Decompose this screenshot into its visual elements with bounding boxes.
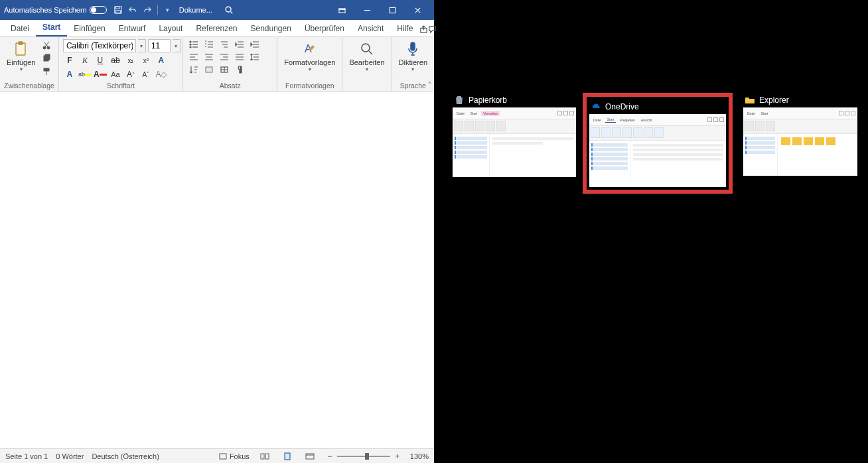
decrease-indent-icon[interactable] — [233, 39, 246, 50]
numbering-icon[interactable] — [202, 39, 216, 50]
svg-rect-13 — [44, 68, 49, 71]
tab-entwurf[interactable]: Entwurf — [112, 21, 153, 36]
print-layout-icon[interactable] — [280, 450, 295, 462]
justify-icon[interactable] — [233, 52, 246, 62]
minimize-button[interactable] — [354, 0, 380, 20]
document-area[interactable] — [0, 92, 434, 448]
task-thumb-label: Papierkorb — [469, 96, 507, 105]
font-name-input[interactable] — [63, 39, 136, 52]
bold-button[interactable]: F — [63, 54, 76, 66]
status-word-count[interactable]: 0 Wörter — [56, 452, 84, 460]
subscript-button[interactable]: x₂ — [124, 54, 137, 66]
align-center-icon[interactable] — [202, 52, 216, 62]
font-name-dropdown[interactable]: ▾ — [138, 39, 146, 52]
shading-icon[interactable] — [202, 64, 216, 75]
task-thumb-papierkorb[interactable]: Papierkorb DateiStartVerwalten — [453, 93, 576, 177]
tab-start[interactable]: Start — [36, 20, 67, 36]
ribbon-display-icon[interactable] — [329, 0, 354, 20]
underline-button[interactable]: U — [94, 54, 107, 66]
svg-rect-22 — [220, 454, 226, 459]
font-color-button[interactable]: A — [94, 68, 107, 80]
task-thumb-explorer[interactable]: Explorer DateiStart — [743, 93, 857, 176]
font-size-input[interactable] — [148, 39, 171, 52]
zoom-slider[interactable]: − + — [325, 452, 402, 461]
group-label-dictate: Sprache — [396, 81, 430, 90]
tab-datei[interactable]: Datei — [4, 21, 36, 36]
font-size-dropdown[interactable]: ▾ — [173, 39, 181, 52]
titlebar: Automatisches Speichern ▾ Dokume... — [0, 0, 434, 20]
folder-icon — [745, 95, 755, 105]
search-icon[interactable] — [222, 3, 236, 17]
tab-hilfe[interactable]: Hilfe — [390, 21, 419, 36]
tab-sendungen[interactable]: Sendungen — [244, 21, 298, 36]
editing-button[interactable]: Bearbeiten ▾ — [346, 39, 387, 74]
italic-button[interactable]: K — [78, 54, 92, 66]
svg-point-16 — [190, 46, 191, 48]
tab-ansicht[interactable]: Ansicht — [351, 21, 390, 36]
group-label-paragraph: Absatz — [187, 81, 273, 90]
maximize-button[interactable] — [380, 0, 405, 20]
format-painter-icon[interactable] — [40, 66, 52, 77]
close-button[interactable] — [405, 0, 430, 20]
text-fill-icon[interactable]: A — [63, 68, 76, 80]
align-right-icon[interactable] — [218, 52, 231, 62]
undo-icon[interactable] — [125, 3, 140, 17]
read-mode-icon[interactable] — [257, 450, 272, 462]
svg-point-3 — [226, 7, 231, 12]
task-thumb-onedrive[interactable]: OneDrive DateiStartFreigebenAnsicht — [583, 93, 733, 194]
svg-point-20 — [362, 44, 370, 52]
bullets-icon[interactable] — [187, 39, 200, 50]
cut-icon[interactable] — [40, 39, 52, 50]
superscript-button[interactable]: x² — [139, 54, 153, 66]
page[interactable] — [0, 92, 434, 448]
redo-icon[interactable] — [140, 3, 155, 17]
comments-icon[interactable] — [428, 22, 437, 36]
show-marks-icon[interactable] — [233, 64, 246, 75]
svg-rect-12 — [45, 54, 50, 60]
strikethrough-button[interactable]: ab — [109, 54, 122, 66]
save-icon[interactable] — [111, 3, 125, 17]
shrink-font-button[interactable]: A˅ — [139, 68, 153, 80]
svg-rect-5 — [390, 7, 395, 13]
collapse-ribbon-icon[interactable]: ˄ — [428, 81, 431, 88]
tab-layout[interactable]: Layout — [152, 21, 189, 36]
web-layout-icon[interactable] — [303, 450, 317, 462]
svg-point-15 — [190, 44, 191, 45]
statusbar: Seite 1 von 1 0 Wörter Deutsch (Österrei… — [0, 448, 434, 463]
share-icon[interactable] — [419, 22, 428, 36]
zoom-in-button[interactable]: + — [393, 452, 402, 461]
dictate-button[interactable]: Diktieren ▾ — [396, 39, 430, 74]
autosave-label: Automatisches Speichern — [4, 6, 87, 14]
paste-button[interactable]: Einfügen ▾ — [4, 39, 38, 74]
group-label-font: Schriftart — [63, 81, 179, 90]
grow-font-button[interactable]: A˄ — [124, 68, 137, 80]
zoom-level[interactable]: 130% — [410, 452, 429, 460]
status-page[interactable]: Seite 1 von 1 — [5, 452, 48, 460]
tab-einfuegen[interactable]: Einfügen — [67, 21, 111, 36]
autosave-toggle[interactable] — [90, 6, 107, 14]
zoom-out-button[interactable]: − — [325, 452, 334, 461]
svg-rect-17 — [206, 67, 212, 72]
svg-rect-21 — [411, 42, 415, 50]
sort-icon[interactable] — [187, 64, 200, 75]
focus-mode-button[interactable]: Fokus — [218, 450, 250, 462]
svg-rect-2 — [115, 11, 120, 13]
borders-icon[interactable] — [218, 64, 231, 75]
status-language[interactable]: Deutsch (Österreich) — [92, 452, 159, 460]
qat-customize-icon[interactable]: ▾ — [161, 3, 175, 17]
text-effects-icon[interactable]: A — [155, 54, 168, 66]
line-spacing-icon[interactable] — [248, 52, 261, 62]
align-left-icon[interactable] — [187, 52, 200, 62]
document-title: Dokume... — [179, 6, 212, 14]
clear-format-button[interactable]: A◇ — [155, 68, 168, 80]
multilevel-icon[interactable] — [218, 39, 231, 50]
increase-indent-icon[interactable] — [248, 39, 261, 50]
tab-ueberpruefen[interactable]: Überprüfen — [298, 21, 351, 36]
copy-icon[interactable] — [40, 52, 52, 64]
styles-button[interactable]: A Formatvorlagen ▾ — [281, 39, 338, 74]
tab-referenzen[interactable]: Referenzen — [189, 21, 244, 36]
change-case-button[interactable]: Aa — [109, 68, 122, 80]
highlight-button[interactable]: ab — [78, 68, 92, 80]
ribbon: Einfügen ▾ Zwischenablage ▾ ▾ — [0, 37, 434, 92]
group-font: ▾ ▾ F K U ab x₂ x² A A ab A Aa — [59, 37, 183, 91]
